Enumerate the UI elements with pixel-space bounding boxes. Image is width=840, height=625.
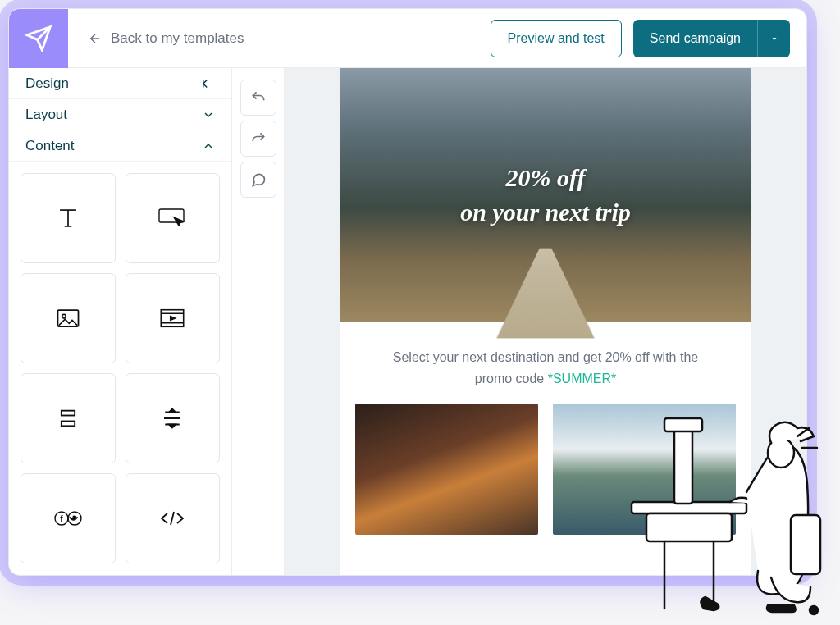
button-icon — [158, 206, 187, 230]
arrow-left-icon — [88, 31, 103, 46]
svg-rect-11 — [674, 428, 692, 504]
block-divider[interactable] — [126, 373, 221, 463]
content-blocks-grid: f — [9, 162, 231, 575]
block-video[interactable] — [126, 273, 221, 363]
top-bar: Back to my templates Preview and test Se… — [9, 9, 806, 68]
block-button[interactable] — [126, 173, 221, 263]
sidebar-section-layout[interactable]: Layout — [9, 99, 231, 130]
sidebar-section-content[interactable]: Content — [9, 130, 231, 162]
social-icon: f — [53, 509, 83, 527]
code-icon — [158, 509, 186, 528]
svg-point-15 — [810, 606, 818, 614]
redo-button[interactable] — [240, 121, 276, 157]
chevron-up-icon — [202, 139, 215, 153]
collapse-left-icon — [200, 76, 215, 91]
hero-headline: 20% off on your next trip — [460, 161, 631, 230]
svg-rect-5 — [62, 422, 75, 427]
decorative-illustration — [607, 371, 837, 617]
svg-text:f: f — [60, 514, 63, 523]
redo-icon — [250, 130, 267, 147]
svg-rect-12 — [664, 418, 702, 431]
comment-icon — [250, 171, 267, 188]
image-icon — [56, 308, 80, 329]
back-link[interactable]: Back to my templates — [68, 30, 244, 47]
block-html[interactable] — [126, 473, 221, 563]
tool-column — [232, 68, 285, 575]
sidebar-section-design[interactable]: Design — [9, 68, 231, 99]
block-spacer[interactable] — [21, 373, 116, 463]
spacer-icon — [56, 407, 80, 430]
text-icon — [54, 204, 82, 232]
chevron-down-icon — [202, 108, 215, 121]
send-campaign-button[interactable]: Send campaign — [633, 20, 757, 57]
back-label: Back to my templates — [111, 30, 244, 47]
block-social[interactable]: f — [21, 473, 116, 563]
svg-rect-10 — [646, 513, 732, 541]
video-icon — [159, 308, 185, 329]
undo-button[interactable] — [240, 80, 276, 116]
svg-rect-14 — [791, 515, 820, 574]
app-logo[interactable] — [9, 9, 68, 68]
promo-code: *SUMMER* — [548, 372, 617, 385]
comments-button[interactable] — [240, 162, 276, 198]
divider-icon — [160, 406, 185, 431]
sidebar: Design Layout Content f — [9, 68, 232, 575]
hero-image[interactable]: 20% off on your next trip — [340, 68, 751, 322]
svg-point-2 — [62, 314, 66, 318]
block-text[interactable] — [21, 173, 116, 263]
svg-rect-4 — [62, 411, 75, 416]
block-image[interactable] — [21, 273, 116, 363]
preview-button[interactable]: Preview and test — [491, 20, 622, 57]
send-icon — [25, 25, 52, 52]
destination-image-1[interactable] — [355, 404, 538, 535]
send-dropdown-button[interactable] — [757, 20, 790, 57]
undo-icon — [250, 89, 267, 106]
caret-down-icon — [769, 34, 779, 43]
